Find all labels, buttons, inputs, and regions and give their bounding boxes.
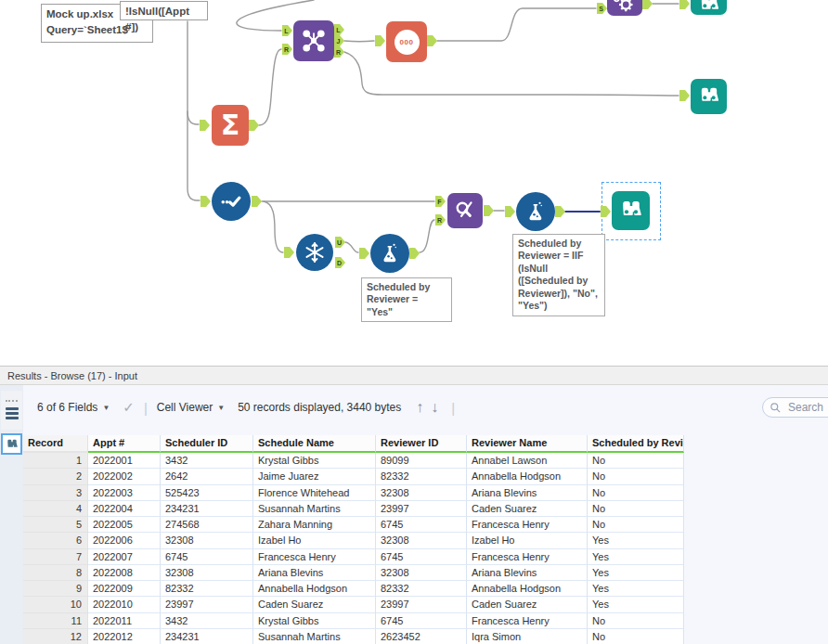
table-cell[interactable]: 2022001 xyxy=(88,453,161,469)
table-cell[interactable]: Jaime Juarez xyxy=(253,469,376,484)
table-cell[interactable]: 82332 xyxy=(161,581,253,597)
table-cell[interactable]: Susannah Martins xyxy=(253,501,376,517)
wire-join-J-to-count[interactable] xyxy=(344,41,374,42)
table-cell[interactable]: 32308 xyxy=(376,565,467,581)
table-cell[interactable]: 23997 xyxy=(376,501,467,517)
gear-tool[interactable] xyxy=(607,0,642,16)
table-cell[interactable]: Annabel Lawson xyxy=(467,453,588,469)
table-cell[interactable]: Yes xyxy=(588,549,684,565)
table-cell[interactable]: 3432 xyxy=(161,613,253,629)
record-number-cell[interactable]: 10 xyxy=(23,597,88,612)
table-cell[interactable]: Zahara Manning xyxy=(253,517,376,533)
table-cell[interactable]: 6745 xyxy=(161,549,253,565)
table-cell[interactable]: 6745 xyxy=(376,517,467,533)
record-number-cell[interactable]: 2 xyxy=(23,469,88,484)
table-cell[interactable]: 6745 xyxy=(376,549,467,565)
table-cell[interactable]: 3432 xyxy=(161,453,253,469)
cell-viewer-dropdown[interactable]: Cell Viewer ▼ xyxy=(157,401,225,414)
wire-input-to-summarize[interactable] xyxy=(188,111,199,124)
formula-tool-2[interactable] xyxy=(516,192,555,231)
apply-checkmark-button[interactable]: ✓ xyxy=(123,399,135,416)
table-cell[interactable]: 274568 xyxy=(161,517,253,533)
table-cell[interactable]: 89099 xyxy=(376,453,467,469)
column-header[interactable]: Reviewer ID xyxy=(376,435,467,453)
table-cell[interactable]: 82332 xyxy=(376,581,467,597)
table-cell[interactable]: No xyxy=(588,469,684,484)
formula1-annotation[interactable]: Scheduled by Reviewer = "Yes" xyxy=(361,277,452,322)
wire-check-to-unique[interactable] xyxy=(264,201,283,252)
table-cell[interactable]: Yes xyxy=(588,533,684,548)
column-header[interactable]: Scheduled by Reviewer xyxy=(588,435,684,453)
table-cell[interactable]: 2642 xyxy=(161,469,253,484)
wire-formula1-to-findreplace-R[interactable] xyxy=(420,220,434,252)
column-header[interactable]: Appt # xyxy=(88,435,161,453)
record-number-cell[interactable]: 8 xyxy=(23,565,88,581)
table-cell[interactable]: No xyxy=(588,613,684,629)
table-row[interactable]: 220220022642Jaime Juarez82332Annabella H… xyxy=(23,469,684,484)
workflow-canvas[interactable]: Mock up.xlsxQuery=`Sheet1$` !IsNull([App… xyxy=(0,0,828,366)
table-cell[interactable]: 2022003 xyxy=(88,485,161,501)
table-cell[interactable]: 82332 xyxy=(376,469,467,484)
table-row[interactable]: 1120220113432Krystal Gibbs6745Francesca … xyxy=(23,613,684,629)
filter-tool-annotation[interactable]: !IsNull([Appt #]) xyxy=(120,1,208,20)
table-cell[interactable]: Izabel Ho xyxy=(467,533,588,548)
column-header[interactable]: Scheduler ID xyxy=(161,435,253,453)
table-row[interactable]: 42022004234231Susannah Martins23997Caden… xyxy=(23,501,684,517)
table-cell[interactable]: Francesca Henry xyxy=(467,549,588,565)
table-cell[interactable]: Yes xyxy=(588,581,684,597)
column-header[interactable]: Schedule Name xyxy=(253,435,376,453)
record-number-cell[interactable]: 6 xyxy=(23,533,88,548)
table-row[interactable]: 8202200832308Ariana Blevins32308Ariana B… xyxy=(23,565,684,581)
table-cell[interactable]: 525423 xyxy=(161,485,253,501)
table-cell[interactable]: No xyxy=(588,453,684,469)
record-number-cell[interactable]: 3 xyxy=(23,485,88,501)
table-cell[interactable]: 234231 xyxy=(161,501,253,517)
wire-summarize-to-join-R[interactable] xyxy=(259,49,281,125)
table-row[interactable]: 120220013432Krystal Gibbs89099Annabel La… xyxy=(23,453,684,469)
table-cell[interactable]: 6745 xyxy=(376,613,467,629)
table-cell[interactable]: Annabella Hodgson xyxy=(253,581,376,597)
browse-tool-2[interactable] xyxy=(691,79,727,114)
table-cell[interactable]: Iqra Simon xyxy=(467,629,588,644)
table-cell[interactable]: Yes xyxy=(588,597,684,612)
table-row[interactable]: 10202201023997Caden Suarez23997Caden Sua… xyxy=(23,597,684,612)
table-cell[interactable]: Krystal Gibbs xyxy=(253,613,376,629)
table-cell[interactable]: 2022007 xyxy=(88,549,161,565)
table-cell[interactable]: Yes xyxy=(588,565,684,581)
record-number-cell[interactable]: 7 xyxy=(23,549,88,565)
table-cell[interactable]: 2022008 xyxy=(88,565,161,581)
table-row[interactable]: 6202200632308Izabel Ho32308Izabel HoYes xyxy=(23,533,684,548)
table-cell[interactable]: No xyxy=(588,517,684,533)
count-records-tool[interactable]: 000 xyxy=(386,21,427,62)
find-replace-tool[interactable] xyxy=(447,193,483,228)
table-cell[interactable]: Florence Whitehead xyxy=(253,485,376,501)
table-cell[interactable]: Caden Suarez xyxy=(467,597,588,612)
column-header[interactable]: Reviewer Name xyxy=(467,435,588,453)
table-cell[interactable]: Annabella Hodgson xyxy=(467,581,588,597)
table-cell[interactable]: 23997 xyxy=(161,597,253,612)
browse-tool-3[interactable] xyxy=(612,191,650,230)
column-header[interactable]: Record xyxy=(23,435,88,453)
wire-unique-U-to-formula1[interactable] xyxy=(345,242,358,252)
table-row[interactable]: 720220076745Francesca Henry6745Francesca… xyxy=(23,549,684,565)
browse-tool-1[interactable] xyxy=(691,0,727,15)
table-cell[interactable]: 2022005 xyxy=(88,517,161,533)
search-input[interactable] xyxy=(786,400,828,415)
wire-input-down[interactable] xyxy=(188,21,200,200)
table-cell[interactable]: Annabella Hodgson xyxy=(467,469,588,484)
table-cell[interactable]: Krystal Gibbs xyxy=(253,453,376,469)
scroll-down-button[interactable]: ↓ xyxy=(431,399,438,416)
formula-tool-1[interactable] xyxy=(370,234,409,273)
table-cell[interactable]: Caden Suarez xyxy=(467,501,588,517)
table-cell[interactable]: No xyxy=(588,629,684,644)
fields-dropdown[interactable]: 6 of 6 Fields ▼ xyxy=(37,401,110,414)
wire-count-to-gear[interactable] xyxy=(437,8,596,41)
record-number-cell[interactable]: 5 xyxy=(23,517,88,533)
table-cell[interactable]: Caden Suarez xyxy=(253,597,376,612)
table-cell[interactable]: 2022012 xyxy=(88,629,161,644)
join-tool[interactable] xyxy=(293,20,334,61)
table-cell[interactable]: Ariana Blevins xyxy=(467,485,588,501)
table-row[interactable]: 32022003525423Florence Whitehead32308Ari… xyxy=(23,485,684,501)
table-row[interactable]: 122022012234231Susannah Martins2623452Iq… xyxy=(23,629,684,644)
table-cell[interactable]: No xyxy=(588,501,684,517)
